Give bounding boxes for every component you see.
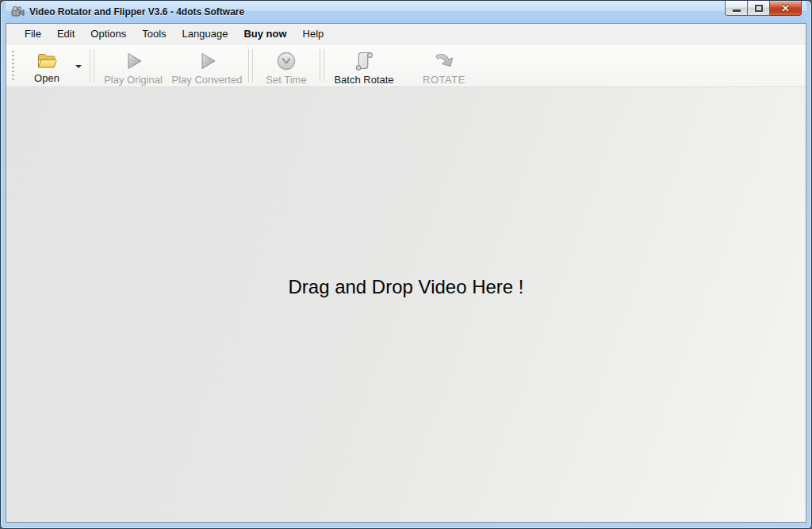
open-button[interactable]: Open	[23, 47, 71, 84]
rotate-arrow-icon	[431, 49, 458, 73]
menu-buy-now[interactable]: Buy now	[236, 25, 294, 44]
rotate-button[interactable]: ROTATE	[413, 47, 475, 84]
play-converted-label: Play Converted	[172, 74, 243, 86]
drop-hint-text: Drag and Drop Video Here !	[288, 276, 523, 298]
close-icon: ✕	[781, 3, 790, 13]
set-time-label: Set Time	[266, 74, 306, 86]
set-time-button[interactable]: Set Time	[256, 47, 316, 84]
maximize-icon	[755, 5, 763, 12]
toolbar-separator	[248, 49, 253, 82]
toolbar-grip[interactable]	[12, 51, 14, 80]
drop-area[interactable]: Drag and Drop Video Here !	[6, 87, 806, 522]
play-converted-button[interactable]: Play Converted	[169, 47, 245, 84]
toolbar-separator	[90, 49, 94, 82]
caption-buttons: ✕	[725, 1, 802, 16]
menu-options[interactable]: Options	[82, 25, 134, 44]
play-original-label: Play Original	[104, 74, 163, 86]
open-label: Open	[34, 72, 59, 84]
chevron-down-icon	[75, 65, 82, 68]
title-bar[interactable]: Video Rotator and Flipper V3.6 - 4dots S…	[6, 1, 806, 23]
rotate-label: ROTATE	[423, 74, 465, 86]
toolbar: Open Play Original	[6, 44, 806, 87]
play-icon	[121, 49, 145, 73]
menu-bar: File Edit Options Tools Language Buy now…	[6, 24, 806, 44]
menu-help[interactable]: Help	[295, 25, 332, 44]
menu-tools[interactable]: Tools	[134, 25, 174, 44]
menu-language[interactable]: Language	[174, 25, 236, 44]
batch-rotate-label: Batch Rotate	[334, 74, 393, 86]
open-dropdown-button[interactable]	[71, 47, 86, 84]
menu-edit[interactable]: Edit	[49, 25, 82, 44]
batch-rotate-button[interactable]: Batch Rotate	[327, 47, 400, 84]
menu-file[interactable]: File	[17, 25, 49, 44]
scroll-icon	[352, 49, 376, 73]
clock-icon	[274, 49, 298, 73]
close-button[interactable]: ✕	[770, 1, 802, 16]
open-folder-icon	[35, 49, 59, 71]
play-original-button[interactable]: Play Original	[98, 47, 169, 84]
app-window: Video Rotator and Flipper V3.6 - 4dots S…	[0, 0, 812, 529]
play-icon	[195, 49, 219, 73]
window-title: Video Rotator and Flipper V3.6 - 4dots S…	[29, 6, 244, 17]
maximize-button[interactable]	[748, 1, 770, 16]
toolbar-separator	[320, 49, 324, 82]
client-area: File Edit Options Tools Language Buy now…	[6, 23, 806, 523]
minimize-icon	[733, 10, 741, 12]
app-icon	[11, 6, 25, 18]
minimize-button[interactable]	[725, 1, 748, 16]
